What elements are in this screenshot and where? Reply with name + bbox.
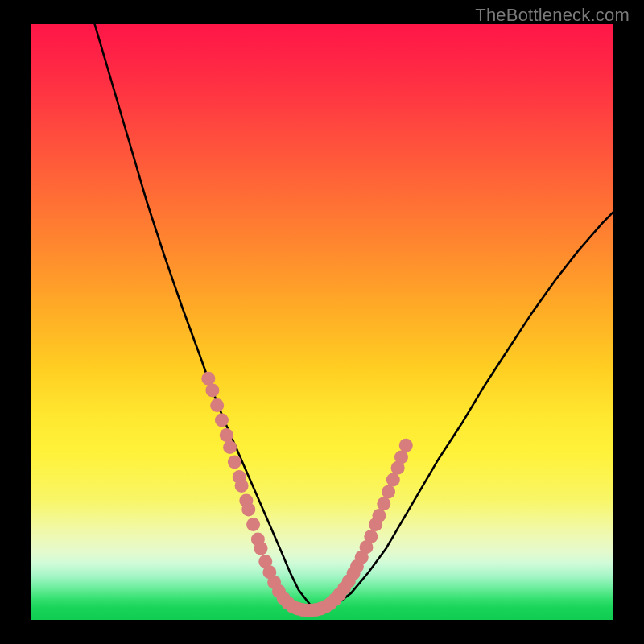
- highlight-point: [215, 414, 229, 427]
- highlight-point: [399, 439, 413, 452]
- plot-area: [31, 24, 613, 620]
- highlight-point: [210, 398, 224, 412]
- highlight-point: [386, 473, 400, 487]
- curve-layer: [31, 24, 613, 620]
- highlight-point: [242, 503, 255, 517]
- highlight-point: [228, 455, 242, 469]
- highlight-points: [201, 372, 412, 617]
- highlight-point: [394, 450, 408, 464]
- highlight-point: [205, 384, 219, 398]
- watermark-text: TheBottleneck.com: [475, 5, 630, 26]
- highlight-point: [220, 428, 233, 442]
- highlight-point: [246, 518, 260, 531]
- highlight-point: [235, 479, 249, 493]
- bottleneck-curve: [95, 24, 613, 609]
- highlight-point: [201, 372, 215, 386]
- highlight-point: [377, 497, 390, 510]
- highlight-point: [372, 509, 386, 522]
- highlight-point: [382, 485, 395, 498]
- highlight-point: [364, 530, 378, 543]
- highlight-point: [223, 440, 237, 454]
- highlight-point: [254, 542, 267, 555]
- chart-frame: TheBottleneck.com: [0, 0, 644, 644]
